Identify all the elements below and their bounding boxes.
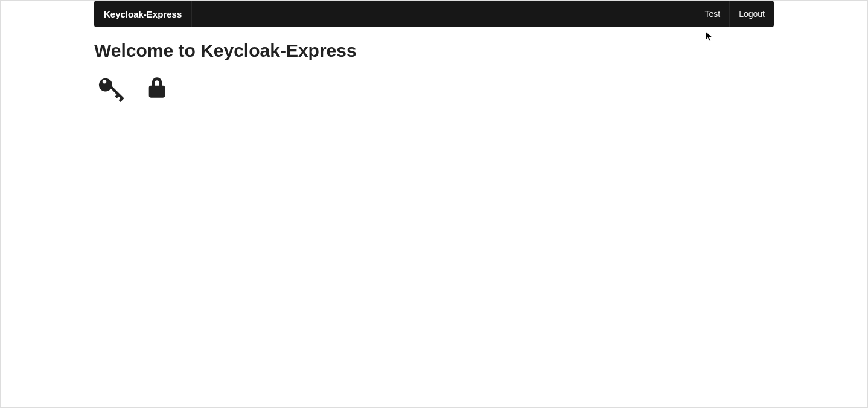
nav-link-logout[interactable]: Logout: [729, 1, 774, 27]
lock-icon[interactable]: [145, 74, 169, 101]
key-icon[interactable]: [97, 72, 128, 103]
nav-link-logout-label: Logout: [739, 9, 765, 19]
nav-link-test-label: Test: [704, 9, 720, 19]
welcome-title: Welcome to Keycloak-Express: [94, 40, 774, 61]
navbar-brand-label: Keycloak-Express: [104, 9, 182, 19]
nav-link-test[interactable]: Test: [695, 1, 729, 27]
navbar: Keycloak-Express Test Logout: [94, 1, 774, 27]
navbar-brand[interactable]: Keycloak-Express: [94, 1, 192, 27]
main-content: Welcome to Keycloak-Express: [94, 27, 774, 103]
navbar-right: Test Logout: [695, 1, 774, 27]
icon-row: [94, 72, 774, 103]
